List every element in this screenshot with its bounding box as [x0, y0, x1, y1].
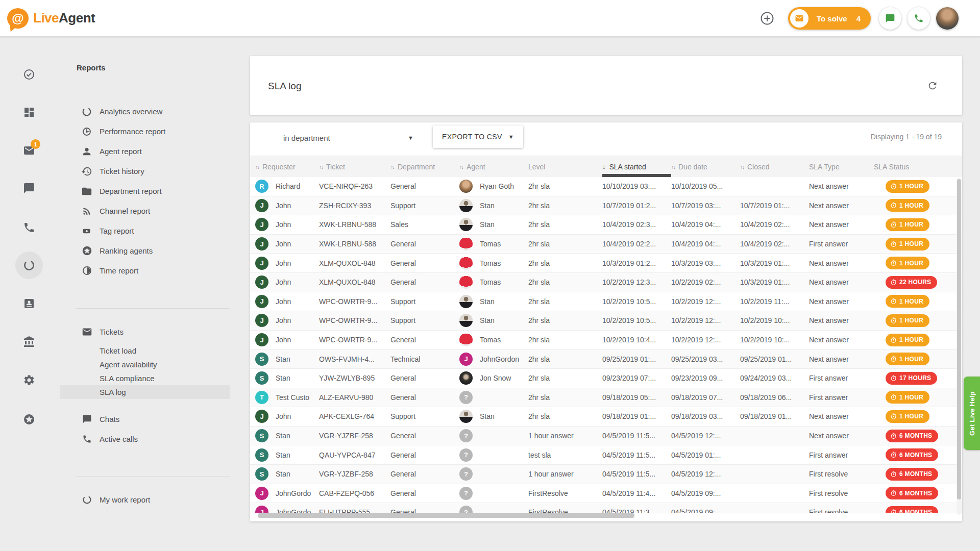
table-row[interactable]: S Stan QAU-YVPCA-847 General ? test sla …: [250, 445, 962, 465]
due-date-cell: 10/2/2019 12:...: [671, 316, 740, 324]
menu-item-active-calls[interactable]: Active calls: [60, 429, 230, 449]
calls-button[interactable]: [908, 7, 930, 30]
rail-settings-button[interactable]: [17, 368, 41, 392]
department-filter-select[interactable]: in department ▼: [283, 130, 413, 146]
ticket-code: XWK-LRBNU-588: [319, 220, 390, 229]
menu-item-tickets[interactable]: Tickets: [60, 322, 230, 342]
table-row[interactable]: J John WPC-OWRTR-9... Support Stan 2hr s…: [250, 292, 962, 312]
table-row[interactable]: S Stan VGR-YJZBF-258 General ? 1 hour an…: [250, 427, 962, 446]
menu-item-my-work-report[interactable]: My work report: [60, 490, 230, 510]
agent-avatar: ?: [459, 487, 473, 500]
department-filter-value: in department: [283, 134, 330, 142]
rail-apps-button[interactable]: [17, 407, 41, 432]
menu-item-tag-report[interactable]: Tag report: [60, 221, 230, 241]
refresh-button[interactable]: [923, 77, 942, 95]
rail-calls-button[interactable]: [17, 215, 41, 240]
table-row[interactable]: J John XLM-QUXOL-848 General Tomas 2hr s…: [250, 273, 962, 292]
menu-subitem-sla-log[interactable]: SLA log: [60, 385, 230, 399]
rail-tasks-button[interactable]: [17, 62, 41, 87]
column-header-due-date[interactable]: ↑↓Due date: [671, 163, 740, 171]
department-cell: Support: [390, 316, 459, 324]
table-row[interactable]: J John APK-CEXLG-764 Support Stan 2hr sl…: [250, 407, 962, 427]
agent-name: Stan: [480, 316, 495, 324]
menu-subitem-ticket-load[interactable]: Ticket load: [60, 344, 230, 358]
ticket-code: WPC-OWRTR-9...: [319, 336, 390, 344]
column-header-department[interactable]: ↑↓Department: [390, 163, 459, 171]
get-live-help-tab[interactable]: Get Live Help: [964, 377, 980, 450]
table-row[interactable]: J John XLM-QUXOL-848 General Tomas 2hr s…: [250, 254, 962, 273]
agent-avatar: [459, 295, 473, 308]
agent-name: Tomas: [480, 259, 501, 267]
refresh-icon: [927, 80, 938, 91]
menu-item-performance-report[interactable]: Performance report: [60, 121, 230, 141]
department-cell: Technical: [390, 355, 459, 363]
rail-billing-button[interactable]: [17, 330, 41, 354]
sla-started-cell: 10/7/2019 01:2...: [602, 202, 671, 210]
table-row[interactable]: J John WPC-OWRTR-9... Support Stan 2hr s…: [250, 311, 962, 331]
column-header-requester[interactable]: ↑↓Requester: [255, 163, 319, 171]
column-header-sla-type[interactable]: SLA Type: [809, 163, 874, 171]
menu-item-department-report[interactable]: Department report: [60, 181, 230, 201]
requester-name: John: [276, 240, 291, 248]
stopwatch-icon: [890, 433, 897, 439]
add-button[interactable]: [755, 7, 779, 30]
column-header-closed[interactable]: ↑↓Closed: [740, 163, 809, 171]
table-row[interactable]: J JohnGordo ELI-UTPPP-555 General ? Firs…: [250, 503, 962, 513]
liveagent-logo[interactable]: @ LiveAgent: [7, 8, 95, 29]
table-row[interactable]: J John WPC-OWRTR-9... General Tomas 2hr …: [250, 331, 962, 350]
due-date-cell: 10/2/2019 02:...: [671, 278, 740, 286]
menu-item-ticket-history[interactable]: Ticket history: [60, 161, 230, 181]
closed-cell: 10/4/2019 02:...: [740, 240, 809, 248]
to-solve-button[interactable]: To solve 4: [788, 7, 871, 30]
menu-item-agent-report[interactable]: Agent report: [60, 141, 230, 161]
sla-started-cell: 09/23/2019 07:...: [602, 374, 671, 382]
menu-item-channel-report[interactable]: Channel report: [60, 201, 230, 221]
menu-item-analytics-overview[interactable]: Analytics overview: [60, 102, 230, 121]
table-row[interactable]: S Stan OWS-FVJMH-4... Technical J JohnGo…: [250, 349, 962, 369]
column-header-ticket[interactable]: ↑↓Ticket: [319, 163, 390, 171]
table-row[interactable]: J JohnGordo CAB-FZEPQ-056 General ? Firs…: [250, 484, 962, 504]
menu-item-chats[interactable]: Chats: [60, 409, 230, 429]
department-cell: General: [390, 470, 459, 478]
menu-subitem-agent-availability[interactable]: Agent availability: [60, 358, 230, 371]
chevron-down-icon: ▼: [408, 135, 413, 141]
rail-chats-button[interactable]: [17, 176, 41, 201]
export-to-csv-button[interactable]: EXPORT TO CSV ▼: [433, 126, 523, 148]
contact-card-icon: [23, 297, 35, 310]
sla-started-cell: 09/18/2019 05:...: [602, 393, 671, 402]
table-row[interactable]: T Test Custo ALZ-EARVU-980 General ? 2hr…: [250, 388, 962, 408]
column-header-sla-status[interactable]: SLA Status: [874, 163, 962, 171]
sla-type-cell: Next answer: [809, 278, 874, 286]
column-header-agent[interactable]: ↑↓Agent: [459, 163, 528, 171]
topbar: @ LiveAgent To solve 4: [0, 0, 980, 37]
menu-subitem-sla-compliance[interactable]: SLA compliance: [60, 371, 230, 385]
menu-item-ranking-agents[interactable]: Ranking agents: [60, 241, 230, 261]
sla-status-badge: 6 MONTHS: [886, 430, 938, 442]
menu-item-time-report[interactable]: Time report: [60, 261, 230, 281]
due-date-cell: 10/10/2019 05...: [671, 182, 740, 190]
sla-type-cell: Next answer: [809, 432, 874, 440]
table-row[interactable]: S Stan VGR-YJZBF-258 General ? 1 hour an…: [250, 465, 962, 484]
requester-name: Richard: [276, 182, 300, 190]
user-avatar[interactable]: [936, 7, 959, 30]
rail-reports-button[interactable]: [17, 253, 41, 278]
table-row[interactable]: S Stan YJW-ZWLYB-895 General Jon Snow 2h…: [250, 369, 962, 388]
vertical-scrollbar-thumb[interactable]: [957, 179, 961, 499]
rail-contacts-button[interactable]: [17, 291, 41, 316]
table-row[interactable]: J John XWK-LRBNU-588 General Tomas 2hr s…: [250, 235, 962, 254]
stopwatch-icon: [890, 452, 897, 458]
closed-cell: 09/25/2019 01...: [740, 355, 809, 363]
horizontal-scrollbar-thumb[interactable]: [258, 513, 634, 518]
level-cell: 2hr sla: [528, 220, 602, 229]
column-header-sla-started[interactable]: ↓SLA started: [602, 163, 671, 171]
table-row[interactable]: J John XWK-LRBNU-588 Sales Stan 2hr sla …: [250, 215, 962, 235]
requester-avatar: S: [255, 467, 268, 481]
rail-dashboard-button[interactable]: [17, 100, 41, 124]
agent-avatar: [459, 276, 473, 289]
chats-button[interactable]: [879, 7, 901, 30]
column-header-level[interactable]: Level: [528, 163, 602, 171]
sla-type-cell: Next answer: [809, 220, 874, 229]
stopwatch-icon: [890, 509, 897, 513]
table-row[interactable]: R Richard VCE-NIRQF-263 General Ryan Got…: [250, 177, 962, 196]
table-row[interactable]: J John ZSH-RCIXY-393 Support Stan 2hr sl…: [250, 196, 962, 216]
